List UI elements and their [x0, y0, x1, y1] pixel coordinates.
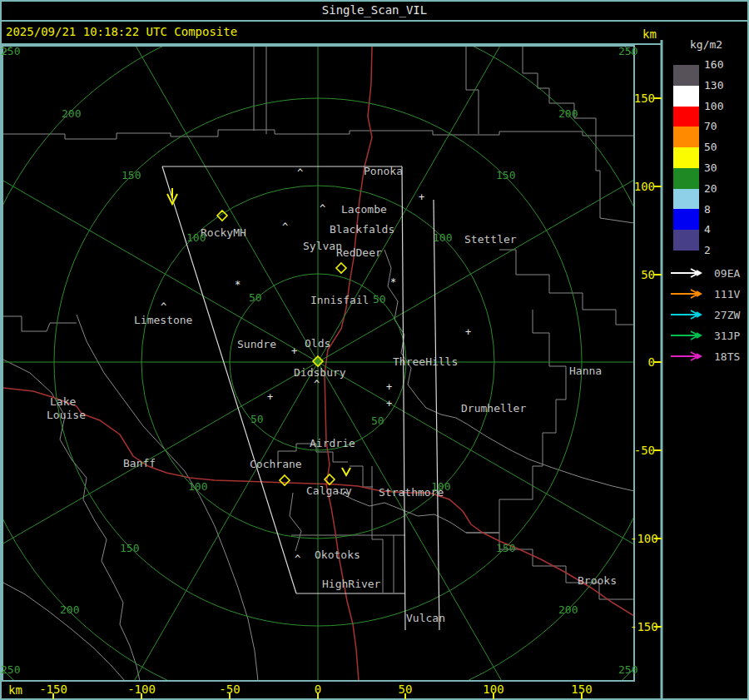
radar-legend-row: 18TS: [669, 350, 740, 362]
y-tick: [654, 626, 662, 628]
town-marker: +: [386, 399, 392, 409]
colorbar: [673, 65, 699, 251]
colorbar-value: 160: [704, 59, 723, 70]
town-marker: +: [465, 327, 471, 337]
ring-distance-label: 250: [1, 46, 20, 57]
town-label-banff: Banff: [123, 458, 156, 469]
x-tick: [52, 693, 54, 699]
y-tick: [654, 538, 662, 539]
town-marker: ^: [342, 491, 348, 501]
ring-distance-label: 50: [373, 294, 386, 305]
ring-distance-label: 100: [188, 481, 207, 492]
ring-distance-label: 150: [122, 170, 141, 181]
town-marker: +: [267, 392, 273, 402]
town-marker: *: [390, 277, 396, 287]
x-tick: [229, 693, 231, 699]
y-tick-label: 150: [630, 92, 655, 104]
y-tick-label: -100: [630, 533, 655, 544]
town-marker: +: [386, 382, 392, 392]
x-tick: [493, 693, 494, 699]
town-label-louise: Louise: [47, 410, 86, 420]
town-label-threehills: ThreeHills: [393, 356, 458, 367]
radar-map[interactable]: [0, 0, 749, 700]
radar-arrow-icon: [669, 350, 706, 362]
ring-distance-label: 250: [618, 664, 637, 675]
colorbar-value: 100: [704, 101, 723, 112]
town-label-airdrie: Airdrie: [310, 438, 355, 449]
radar-arrow-icon: [669, 330, 706, 341]
colorbar-value: 30: [704, 162, 717, 173]
y-tick-label: 100: [630, 181, 655, 192]
town-label-rockymh: RockyMH: [201, 227, 246, 238]
ring-distance-label: 250: [1, 664, 20, 675]
ring-distance-label: 200: [60, 604, 79, 615]
x-tick: [404, 693, 406, 699]
radar-arrow-icon: [669, 288, 706, 300]
y-tick: [654, 97, 662, 99]
town-label-lacombe: Lacombe: [341, 204, 387, 215]
town-label-innisfail: Innisfail: [310, 295, 369, 305]
town-marker: +: [291, 346, 297, 356]
colorbar-swatch: [673, 168, 699, 189]
colorbar-swatch: [673, 65, 699, 86]
radar-site-diamond: [280, 475, 290, 485]
y-tick-label: -150: [630, 621, 655, 633]
ring-distance-label: 50: [371, 415, 384, 426]
town-label-limestone: Limestone: [134, 315, 192, 325]
ring-distance-label: 200: [62, 108, 81, 119]
radar-legend-row: 27ZW: [669, 309, 740, 320]
radar-site-diamond: [336, 263, 346, 273]
town-label-olds: Olds: [305, 338, 330, 349]
town-marker: ^: [161, 302, 166, 312]
colorbar-swatch: [673, 209, 699, 230]
town-label-cochrane: Cochrane: [250, 459, 302, 469]
colorbar-swatch: [673, 127, 699, 147]
radar-id-label: 111V: [714, 289, 740, 300]
radar-legend-row: 111V: [669, 288, 740, 300]
town-label-stettler: Stettler: [464, 234, 517, 245]
radar-legend-row: 31JP: [669, 330, 740, 341]
ring-distance-label: 200: [558, 108, 578, 119]
town-marker: ^: [320, 204, 325, 214]
colorbar-value: 4: [704, 224, 711, 235]
town-label-blackfalds: Blackfalds: [330, 224, 394, 235]
town-label-lake: Lake: [50, 396, 76, 407]
town-marker: *: [235, 280, 241, 290]
radar-id-label: 31JP: [714, 330, 740, 341]
town-marker: ^: [295, 554, 300, 564]
town-marker: +: [419, 192, 424, 202]
radar-app-window: Single_Scan_VIL 2025/09/21 10:18:22 UTC …: [0, 0, 749, 700]
ring-distance-label: 250: [618, 46, 637, 57]
colorbar-swatch: [673, 189, 699, 210]
x-tick: [141, 693, 142, 699]
radar-arrow-icon: [669, 309, 706, 320]
chevron-mark: [342, 468, 350, 475]
range-rings: [0, 0, 749, 700]
colorbar-value: 50: [704, 141, 717, 152]
colorbar-value: 2: [704, 245, 711, 256]
town-marker: ^: [297, 168, 303, 178]
azimuth-radials: [0, 0, 749, 700]
town-label-ponoka: Ponoka: [364, 166, 403, 176]
town-label-highriver: HighRiver: [322, 578, 380, 589]
ring-distance-label: 100: [186, 232, 206, 243]
town-label-sundre: Sundre: [237, 339, 276, 350]
town-label-didsbury: Didsbury: [294, 367, 346, 378]
town-label-drumheller: Drumheller: [461, 403, 526, 414]
radar-arrow-icon: [669, 267, 706, 279]
ring-distance-label: 200: [558, 604, 578, 615]
ring-distance-label: 100: [431, 481, 450, 492]
town-label-hanna: Hanna: [569, 365, 602, 376]
y-tick: [654, 449, 662, 451]
ring-distance-label: 150: [496, 543, 515, 554]
y-tick-label: 50: [630, 269, 655, 280]
ring-distance-label: 50: [249, 292, 262, 303]
y-tick: [654, 274, 662, 276]
x-tick: [581, 693, 583, 699]
radar-id-label: 27ZW: [714, 310, 740, 320]
radar-id-label: 09EA: [714, 268, 740, 279]
colorbar-swatch: [673, 86, 699, 107]
ring-distance-label: 100: [433, 232, 452, 243]
y-tick-label: 0: [630, 356, 655, 368]
colorbar-value: 20: [704, 183, 717, 194]
